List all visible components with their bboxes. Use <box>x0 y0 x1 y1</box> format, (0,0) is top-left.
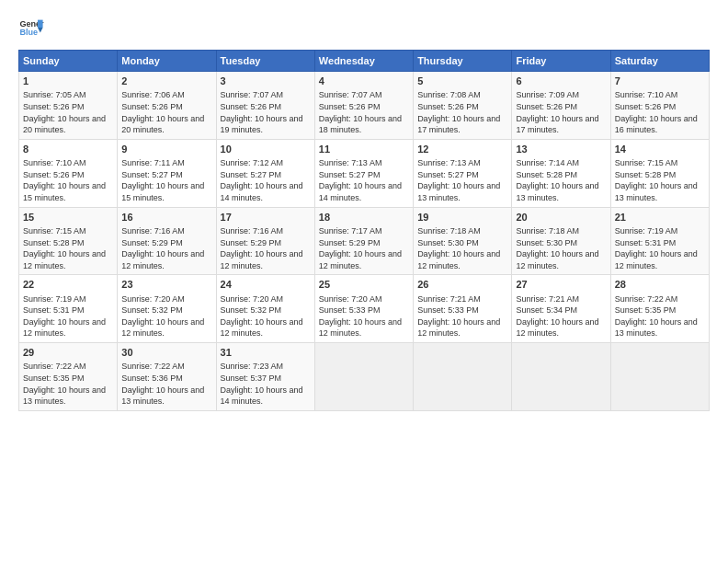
calendar-cell: 5Sunrise: 7:08 AMSunset: 5:26 PMDaylight… <box>414 72 512 140</box>
page: General Blue SundayMondayTuesdayWednesda… <box>0 0 728 563</box>
calendar-cell: 30Sunrise: 7:22 AMSunset: 5:36 PMDayligh… <box>118 343 216 411</box>
calendar-cell: 12Sunrise: 7:13 AMSunset: 5:27 PMDayligh… <box>414 139 512 207</box>
calendar-cell: 8Sunrise: 7:10 AMSunset: 5:26 PMDaylight… <box>19 139 118 207</box>
day-number: 8 <box>23 143 113 156</box>
calendar-cell: 31Sunrise: 7:23 AMSunset: 5:37 PMDayligh… <box>216 343 314 411</box>
day-number: 12 <box>417 143 507 156</box>
day-number: 16 <box>121 211 211 224</box>
calendar-cell: 13Sunrise: 7:14 AMSunset: 5:28 PMDayligh… <box>512 139 610 207</box>
calendar-cell: 7Sunrise: 7:10 AMSunset: 5:26 PMDaylight… <box>610 72 709 140</box>
day-number: 21 <box>615 211 705 224</box>
calendar-table: SundayMondayTuesdayWednesdayThursdayFrid… <box>18 50 710 411</box>
calendar-cell: 16Sunrise: 7:16 AMSunset: 5:29 PMDayligh… <box>118 207 216 275</box>
calendar-cell: 20Sunrise: 7:18 AMSunset: 5:30 PMDayligh… <box>512 207 610 275</box>
day-number: 3 <box>221 75 311 88</box>
day-number: 31 <box>221 346 311 360</box>
day-number: 24 <box>221 278 311 292</box>
calendar-cell <box>414 343 512 411</box>
calendar-cell: 23Sunrise: 7:20 AMSunset: 5:32 PMDayligh… <box>118 275 216 343</box>
calendar-row-4: 22Sunrise: 7:19 AMSunset: 5:31 PMDayligh… <box>19 275 710 343</box>
calendar-cell: 25Sunrise: 7:20 AMSunset: 5:33 PMDayligh… <box>314 275 413 343</box>
calendar-row-3: 15Sunrise: 7:15 AMSunset: 5:28 PMDayligh… <box>19 207 710 275</box>
calendar-cell: 19Sunrise: 7:18 AMSunset: 5:30 PMDayligh… <box>414 207 512 275</box>
day-number: 22 <box>23 278 113 292</box>
day-number: 15 <box>23 211 113 224</box>
calendar-cell: 24Sunrise: 7:20 AMSunset: 5:32 PMDayligh… <box>216 275 314 343</box>
calendar-row-5: 29Sunrise: 7:22 AMSunset: 5:35 PMDayligh… <box>19 343 710 411</box>
calendar-row-2: 8Sunrise: 7:10 AMSunset: 5:26 PMDaylight… <box>19 139 710 207</box>
calendar-cell: 1Sunrise: 7:05 AMSunset: 5:26 PMDaylight… <box>19 72 118 140</box>
svg-marker-2 <box>38 20 43 28</box>
calendar-cell: 14Sunrise: 7:15 AMSunset: 5:28 PMDayligh… <box>610 139 709 207</box>
day-number: 26 <box>417 278 507 292</box>
calendar-cell: 28Sunrise: 7:22 AMSunset: 5:35 PMDayligh… <box>610 275 709 343</box>
day-number: 2 <box>121 75 211 88</box>
col-header-wednesday: Wednesday <box>314 51 413 72</box>
svg-marker-3 <box>38 28 43 33</box>
day-number: 9 <box>121 143 211 156</box>
logo-icon: General Blue <box>18 15 44 40</box>
day-number: 25 <box>319 278 409 292</box>
day-number: 18 <box>319 211 409 224</box>
calendar-cell: 18Sunrise: 7:17 AMSunset: 5:29 PMDayligh… <box>314 207 413 275</box>
day-number: 14 <box>615 143 705 156</box>
day-number: 7 <box>615 75 705 88</box>
calendar-cell: 2Sunrise: 7:06 AMSunset: 5:26 PMDaylight… <box>118 72 216 140</box>
logo: General Blue <box>18 15 48 40</box>
day-number: 1 <box>23 75 113 88</box>
calendar-cell: 17Sunrise: 7:16 AMSunset: 5:29 PMDayligh… <box>216 207 314 275</box>
col-header-monday: Monday <box>118 51 216 72</box>
calendar-cell: 9Sunrise: 7:11 AMSunset: 5:27 PMDaylight… <box>118 139 216 207</box>
day-number: 11 <box>319 143 409 156</box>
calendar-cell: 4Sunrise: 7:07 AMSunset: 5:26 PMDaylight… <box>314 72 413 140</box>
day-number: 27 <box>516 278 606 292</box>
day-number: 19 <box>417 211 507 224</box>
day-number: 4 <box>319 75 409 88</box>
day-number: 30 <box>121 346 211 360</box>
calendar-cell: 26Sunrise: 7:21 AMSunset: 5:33 PMDayligh… <box>414 275 512 343</box>
calendar-cell: 15Sunrise: 7:15 AMSunset: 5:28 PMDayligh… <box>19 207 118 275</box>
calendar-cell: 10Sunrise: 7:12 AMSunset: 5:27 PMDayligh… <box>216 139 314 207</box>
calendar-cell: 6Sunrise: 7:09 AMSunset: 5:26 PMDaylight… <box>512 72 610 140</box>
day-number: 20 <box>516 211 606 224</box>
day-number: 23 <box>121 278 211 292</box>
col-header-thursday: Thursday <box>414 51 512 72</box>
col-header-sunday: Sunday <box>19 51 118 72</box>
col-header-tuesday: Tuesday <box>216 51 314 72</box>
calendar-cell: 11Sunrise: 7:13 AMSunset: 5:27 PMDayligh… <box>314 139 413 207</box>
day-number: 13 <box>516 143 606 156</box>
header: General Blue <box>18 15 710 40</box>
calendar-cell <box>610 343 709 411</box>
calendar-cell <box>314 343 413 411</box>
calendar-cell: 22Sunrise: 7:19 AMSunset: 5:31 PMDayligh… <box>19 275 118 343</box>
col-header-saturday: Saturday <box>610 51 709 72</box>
svg-text:Blue: Blue <box>19 28 38 37</box>
day-number: 29 <box>23 346 113 360</box>
header-row: SundayMondayTuesdayWednesdayThursdayFrid… <box>19 51 710 72</box>
day-number: 5 <box>417 75 507 88</box>
calendar-cell: 29Sunrise: 7:22 AMSunset: 5:35 PMDayligh… <box>19 343 118 411</box>
day-number: 6 <box>516 75 606 88</box>
col-header-friday: Friday <box>512 51 610 72</box>
day-number: 28 <box>615 278 705 292</box>
calendar-cell: 3Sunrise: 7:07 AMSunset: 5:26 PMDaylight… <box>216 72 314 140</box>
day-number: 10 <box>221 143 311 156</box>
calendar-cell <box>512 343 610 411</box>
calendar-cell: 21Sunrise: 7:19 AMSunset: 5:31 PMDayligh… <box>610 207 709 275</box>
calendar-row-1: 1Sunrise: 7:05 AMSunset: 5:26 PMDaylight… <box>19 72 710 140</box>
calendar-cell: 27Sunrise: 7:21 AMSunset: 5:34 PMDayligh… <box>512 275 610 343</box>
day-number: 17 <box>221 211 311 224</box>
